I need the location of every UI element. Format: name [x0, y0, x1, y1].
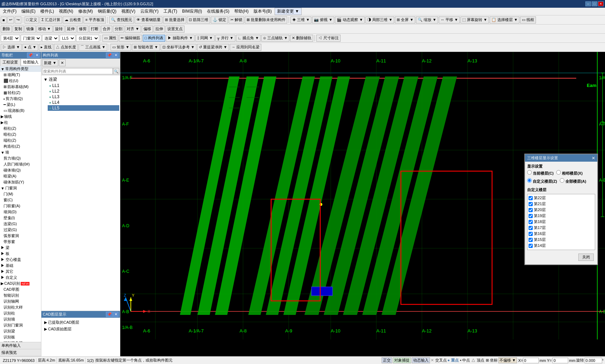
nav-item-recog-wall[interactable]: 识别墙: [3, 316, 41, 322]
btn-merge[interactable]: 合并: [101, 26, 112, 33]
nav-item-recog-col[interactable]: 识别柱: [3, 310, 41, 316]
comp-item-ll5[interactable]: ● LL5: [48, 105, 119, 111]
status-center-point[interactable]: • 中点: [459, 358, 471, 363]
menu-rebar[interactable]: 钢筋量(Q): [96, 8, 119, 15]
section-hollow-floor[interactable]: ▶ 空心楼盖: [0, 257, 41, 263]
btn-zoom[interactable]: 🔍 缩放 ▼: [416, 16, 438, 23]
btn-align[interactable]: 对齐 ▼: [125, 26, 141, 33]
menu-edit[interactable]: 编辑(E): [19, 8, 38, 15]
btn-parallel[interactable]: ╥ 并行 ▼: [215, 35, 235, 42]
section-beam[interactable]: ▶ 梁: [0, 245, 41, 251]
menu-file[interactable]: 文件(F): [1, 8, 19, 15]
btn-find-element[interactable]: 🔍 查找图元: [109, 16, 134, 23]
btn-calculate[interactable]: Σ 汇总计算: [40, 16, 62, 23]
floor-list[interactable]: 第22层 第21层 第20层 第19层 第18层 第17层 第16层 第15层 …: [527, 194, 595, 250]
comp-item-ll4[interactable]: ● LL4: [48, 100, 119, 105]
btn-flat-top[interactable]: ≡ 平齐板顶: [83, 16, 106, 23]
btn-define[interactable]: □ 定义: [25, 16, 39, 23]
btn-rebar-3d[interactable]: ⊡ 筋筛三维: [187, 16, 210, 23]
nav-item-light-col[interactable]: ▦轻柱(Z): [3, 90, 41, 96]
menu-modify[interactable]: 修改(M): [76, 8, 95, 15]
nav-item-cad-sketch[interactable]: CAD草图: [3, 287, 41, 292]
status-cross-point[interactable]: 交叉点: [435, 358, 448, 363]
btn-pan[interactable]: ↔ 平移 ▼: [439, 16, 460, 23]
nav-item-dark-col[interactable]: 暗柱(Z): [3, 132, 41, 137]
menu-view2[interactable]: 视图(V): [119, 8, 137, 15]
btn-break[interactable]: 打断: [89, 26, 100, 33]
btn-screen-rotate[interactable]: ⬚ 屏幕旋转 ▼: [461, 16, 489, 23]
radio-current-floor[interactable]: 当前楼层(C): [527, 170, 553, 176]
comp-close-btn[interactable]: ✕: [113, 53, 119, 58]
btn-delete[interactable]: 删除: [1, 26, 12, 33]
nav-item-cast-slab[interactable]: ▭现浇板(B): [3, 108, 41, 114]
radio-adjacent-floor[interactable]: 相邻楼层(X): [556, 170, 583, 176]
menu-component[interactable]: 楼件(L): [38, 8, 56, 15]
nav-item-civil-wall[interactable]: 人防门框墙(0#): [3, 161, 41, 167]
nav-item-frame-col[interactable]: 框柱(Z): [3, 126, 41, 132]
nav-item-recog-beam[interactable]: 识别梁: [3, 328, 41, 334]
btn-batch-delete[interactable]: ⊠ 批量删除未使用构件: [245, 16, 287, 23]
floor-item-19[interactable]: 第19层: [528, 213, 594, 219]
comp-item-ll1[interactable]: ● LL1: [48, 83, 119, 88]
floor-item-13[interactable]: 第13层: [528, 249, 594, 250]
nav-item-beam[interactable]: ━梁(L): [3, 102, 41, 108]
main-viewport[interactable]: A-6 A-1⁄A-7 A-8 A-10 A-11 A-12 A-13 1/A-…: [120, 52, 605, 356]
btn-reget-span[interactable]: ↺ 重提梁净跨 ▼: [197, 44, 229, 51]
nav-item-column[interactable]: ⬛柱(U): [3, 78, 41, 84]
btn-rotate[interactable]: 旋转: [53, 26, 65, 33]
cad-item-original[interactable]: ▶ CAD原始图层: [43, 326, 119, 332]
btn-local-3d[interactable]: ◑ 局部三维 ▼: [365, 16, 394, 23]
btn-dynamic-obs[interactable]: 🎬 动态观察 ▼: [335, 16, 365, 23]
nav-item-door-window[interactable]: 门联窗(A): [3, 203, 41, 209]
btn-unlock[interactable]: ✂ 解锁: [229, 16, 244, 23]
menu-tools[interactable]: 工具(T): [161, 8, 179, 15]
nav-item-struct-col[interactable]: 构造柱(Z): [3, 143, 41, 149]
floor-select[interactable]: 第4层: [1, 35, 20, 42]
rotate-input[interactable]: [585, 358, 602, 363]
nav-item-niche[interactable]: 壁龛(I): [3, 215, 41, 221]
layer-select[interactable]: 分层洞1: [76, 35, 99, 42]
btn-select-draw[interactable]: ▷ 选择 ▼: [1, 44, 22, 51]
btn-coord-ref[interactable]: ⊡ 坐标平法参考 ▼: [161, 44, 196, 51]
btn-undo[interactable]: ↩: [7, 16, 14, 23]
cad-close-btn[interactable]: ✕: [113, 312, 119, 317]
btn-new-comp[interactable]: 新建 ▼: [42, 59, 58, 66]
btn-three-point[interactable]: ⊙ 三点辅轨 ▼: [261, 35, 289, 42]
cad-item-extracted[interactable]: ▶ 已提取的CAD图层: [43, 319, 119, 326]
btn-set-pivot[interactable]: 设置支点: [166, 26, 184, 33]
cad-pin-btn[interactable]: 📌: [106, 312, 113, 317]
btn-property[interactable]: ▭ 属性: [102, 35, 118, 42]
btn-same-net[interactable]: ∥ 同网 ▼: [195, 35, 215, 42]
tab-drawing-input[interactable]: 绘图输入: [21, 59, 41, 66]
nav-item-dark-beam[interactable]: 暗梁(A): [3, 173, 41, 179]
btn-redo[interactable]: ↪: [15, 16, 21, 23]
btn-save[interactable]: ■: [1, 16, 7, 23]
btn-single-input[interactable]: 单构件输入: [0, 342, 41, 349]
status-ortho-btn[interactable]: 正交: [382, 357, 392, 363]
comp-item-ll2[interactable]: ● LL2: [48, 88, 119, 94]
nav-item-shear-w[interactable]: 剪力墙(Q): [3, 155, 41, 161]
tab-project-settings[interactable]: 工程设置: [0, 59, 21, 66]
nav-item-window[interactable]: 窗(C): [3, 197, 41, 203]
btn-stretch[interactable]: 拉伸: [154, 26, 165, 33]
btn-smart-place[interactable]: ⊞ 智能布置 ▼: [132, 44, 160, 51]
btn-top-view[interactable]: 📷 俯视 ▼: [312, 16, 334, 23]
btn-trim[interactable]: 修剪: [77, 26, 88, 33]
status-coord-btn[interactable]: ⊞ 坐标: [485, 358, 498, 363]
nav-item-wall-net[interactable]: ⊞墙网(T): [3, 72, 41, 78]
status-top-point[interactable]: △ 顶点: [471, 358, 485, 363]
floor-dialog-close-btn[interactable]: 关闭: [578, 254, 594, 261]
close-button[interactable]: ✕: [598, 1, 604, 6]
radio-custom-floor[interactable]: 自定义楼层(Z): [527, 178, 557, 184]
floor-item-14[interactable]: 第14层: [528, 243, 594, 249]
btn-move[interactable]: 移动 ▼: [36, 26, 53, 33]
btn-point[interactable]: ● 点 ▼: [22, 44, 38, 51]
floor-item-18[interactable]: 第18层: [528, 219, 594, 225]
nav-item-block-wall[interactable]: 碰体墙(Q): [3, 167, 41, 173]
section-common-types[interactable]: ▼常用构件类型: [0, 66, 41, 72]
section-custom[interactable]: ▶ 自定义: [0, 275, 41, 281]
nav-item-recog-col-detail[interactable]: 识别柱大样: [3, 304, 41, 310]
btn-line[interactable]: ▸ 直线: [39, 44, 53, 51]
btn-cloud-check[interactable]: ☁ 云检查: [63, 16, 83, 23]
btn-edit-rebar[interactable]: ✏ 编辑钢筋: [119, 35, 142, 42]
